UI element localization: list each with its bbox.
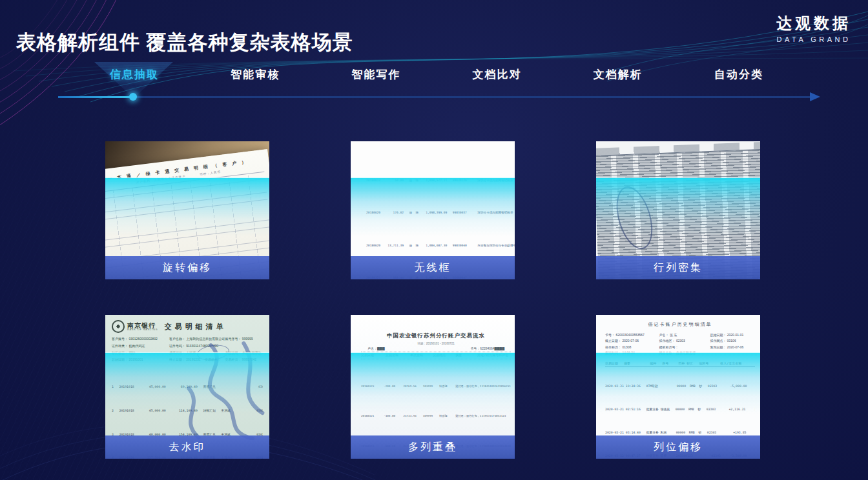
doc-field: 产品说明： 单位活期存款 xyxy=(225,350,263,357)
holder-field: 户名：▇▇▇ xyxy=(367,346,385,350)
bank-name-en: BANK OF NANJING xyxy=(127,329,158,332)
doc-title: 借记卡账户历史明细清单 xyxy=(605,321,755,328)
doc-field: 卡号： 6200030400553567 xyxy=(605,332,659,338)
doc-text-row: 2020-03-31 19:24:36 ATM取款 00000 RMB 钞 02… xyxy=(605,383,755,390)
sample-grid: 一 本 通 ／ 绿 卡 通 交 易 明 细 （ 客 户 ） 开户机构：人民币汇卡… xyxy=(79,131,786,469)
progress-line-rest-segment xyxy=(133,96,810,98)
doc-text-row: 20180613 50.00 借 转 1,098,577.11 99830126… xyxy=(366,177,515,185)
doc-field: 操作柜员： 01308 xyxy=(605,345,659,350)
sample-card-dense-grid: 行列密集 xyxy=(596,141,760,279)
logo-cn-text: 达观数据 xyxy=(776,13,851,34)
doc-text-row: 20180620 13,711.39 借 转 1,084,687.30 9983… xyxy=(366,242,515,250)
doc-field: 操作地区： 02303 xyxy=(659,338,710,344)
doc-header-fields: 客户账号： 0301260000002832 客户名称： 上海剩钧信息科技有限公… xyxy=(112,335,263,363)
doc-field: 起始日期： 2020-01-01 xyxy=(710,332,755,338)
doc-field: 查询日期： 2020-07-06 xyxy=(710,345,755,350)
bank-of-nanjing-logo-icon xyxy=(112,320,125,333)
doc-field xyxy=(225,343,263,350)
doc-field-column: 起始日期： 2020-01-01 操作网点： 00106 查询日期： 2020-… xyxy=(710,332,755,356)
doc-field: 授权柜员号： xyxy=(659,345,710,350)
doc-title: 中国农业银行苏州分行账户交易流水 xyxy=(361,332,511,340)
doc-field: 操作网点： 00106 xyxy=(710,338,755,344)
tab-info-extraction[interactable]: 信息抽取 xyxy=(110,67,159,82)
doc-field-column: 户名： 张 东 操作地区： 02303 授权柜员号： 网点名称： 自贡汇新支行 xyxy=(659,332,710,356)
doc-text-row: 20180620 176.02 借 转 1,098,399.09 9983003… xyxy=(366,209,515,217)
doc-subtitle: 日期：20160101 - 20160721 xyxy=(361,342,511,345)
doc-text-row: 20160321 -400.00 24733.94 169999 转存现 财付通… xyxy=(361,414,511,419)
feature-tabs: 信息抽取 智能审核 智能写作 文档比对 文档解析 自动分类 xyxy=(110,67,763,82)
doc-field: 查询时间： 14:06:24 xyxy=(605,350,659,356)
doc-text-row: 20160323 -200.00 20769.56 103999 转存现 财付通… xyxy=(361,384,511,390)
tab-auto-classify[interactable]: 自动分类 xyxy=(714,67,763,82)
doc-text-row: 1 20191018 45,000.00 69,109.49 普通汇兑 0301… xyxy=(112,383,263,391)
tabs-progress-line xyxy=(58,95,820,98)
sample-card-watermark-removal: 南京银行 BANK OF NANJING 交易明细清单 客户账号： 030126… xyxy=(105,315,269,459)
sample-caption: 去水印 xyxy=(105,435,269,459)
doc-field: 截止日期： 2020-07-06 xyxy=(605,338,659,344)
progress-arrow-icon xyxy=(810,92,820,101)
doc-field: 客户账号： 0301260000002832 xyxy=(112,335,169,343)
doc-meta-line: 户名：▇▇▇ 卡号：62284064▇▇▇▇ xyxy=(361,346,511,350)
doc-field: 钞汇标志： 现钞 xyxy=(112,350,169,357)
tab-smart-writing[interactable]: 智能写作 xyxy=(351,67,400,82)
doc-field: 客户名称： 上海剩钧信息科技有限公司 xyxy=(169,335,225,343)
progress-line-active-segment xyxy=(58,96,133,98)
doc-field-column: 卡号： 6200030400553567 截止日期： 2020-07-06 操作… xyxy=(605,332,659,356)
bank-name-block: 南京银行 BANK OF NANJING xyxy=(127,322,158,332)
doc-field: 网点名称： 自贡汇新支行 xyxy=(659,350,710,356)
doc-text-row: 2 20191018 45,000.00 114,109.49 转账汇划 王洪斌… xyxy=(112,407,263,415)
sample-caption: 列位偏移 xyxy=(596,435,760,459)
sample-caption: 无线框 xyxy=(351,256,515,279)
tab-doc-parsing[interactable]: 文档解析 xyxy=(594,67,643,82)
doc-header-fields: 卡号： 6200030400553567 截止日期： 2020-07-06 操作… xyxy=(605,332,755,356)
sample-caption: 多列重叠 xyxy=(351,435,515,459)
doc-field: 起始日期： 20191001 xyxy=(112,356,169,363)
doc-field: 交易柜员： 99957042 xyxy=(225,356,263,363)
datagrand-logo: 达观数据 DATA GRAND xyxy=(776,13,851,43)
sample-card-rotation-offset: 一 本 通 ／ 绿 卡 通 交 易 明 细 （ 客 户 ） 开户机构：人民币汇卡… xyxy=(105,141,269,279)
sample-caption: 行列密集 xyxy=(596,256,760,279)
tab-smart-review[interactable]: 智能审核 xyxy=(231,67,280,82)
doc-text-row: 2020-03-21 02:51:16 批量业务 增借息 00000 RMB 钞… xyxy=(605,406,755,414)
card-number-field: 卡号：62284064▇▇▇▇ xyxy=(470,346,504,350)
bank-statement-header: 南京银行 BANK OF NANJING 交易明细清单 xyxy=(112,320,263,333)
sample-card-multicolumn-overlap: 中国农业银行苏州分行账户交易流水 日期：20160101 - 20160721 … xyxy=(351,315,515,459)
doc-field: 账号序号： 999999 xyxy=(225,335,263,343)
doc-column-headers: 交易日期 交易金额 本次余额 交易地点 摘要 用途/对方账号和户名 xyxy=(361,352,511,359)
active-tab-indicator-dot xyxy=(129,93,137,101)
slide-root: 表格解析组件 覆盖各种复杂表格场景 达观数据 DATA GRAND 信息抽取 智… xyxy=(0,0,868,480)
page-title: 表格解析组件 覆盖各种复杂表格场景 xyxy=(16,29,353,56)
doc-field: 证件种类： 机构代码证 xyxy=(112,343,169,350)
doc-column-headers: 交易日期 摘要 储种 序号 币种 钞汇 地区号 收入/支出金额 余额 xyxy=(605,360,755,367)
doc-field: 户名： 张 东 xyxy=(659,332,710,338)
sample-caption: 旋转偏移 xyxy=(105,256,269,279)
doc-title: 交易明细清单 xyxy=(158,322,233,332)
bank-name-cn: 南京银行 xyxy=(127,322,158,329)
tab-doc-compare[interactable]: 文档比对 xyxy=(473,67,522,82)
sample-card-borderless-table: 20180613 50.00 借 转 1,098,577.11 99830126… xyxy=(351,141,515,279)
logo-en-text: DATA GRAND xyxy=(776,35,851,43)
sample-card-column-shift: 借记卡账户历史明细清单 卡号： 6200030400553567 截止日期： 2… xyxy=(596,315,760,459)
